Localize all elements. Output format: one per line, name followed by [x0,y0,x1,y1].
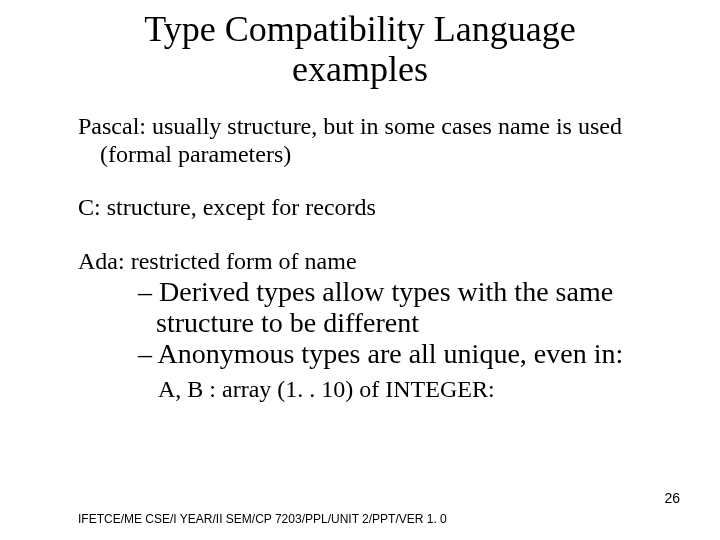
slide: Type Compatibility Language examples Pas… [0,0,720,540]
ada-heading: Ada: restricted form of name [78,248,660,276]
ada-sub-item-2: – Anonymous types are all unique, even i… [138,338,650,369]
pascal-paragraph: Pascal: usually structure, but in some c… [78,113,660,168]
ada-code-line: A, B : array (1. . 10) of INTEGER: [158,376,660,404]
slide-title: Type Compatibility Language examples [90,0,630,89]
c-paragraph: C: structure, except for records [78,194,660,222]
title-line-2: examples [90,50,630,90]
ada-block: Ada: restricted form of name – Derived t… [78,248,660,403]
slide-body: Pascal: usually structure, but in some c… [78,113,660,403]
ada-sublist: – Derived types allow types with the sam… [138,276,660,370]
footer-text: IFETCE/ME CSE/I YEAR/II SEM/CP 7203/PPL/… [78,512,447,526]
page-number: 26 [664,490,680,506]
ada-sub-item-1: – Derived types allow types with the sam… [138,276,650,339]
title-line-1: Type Compatibility Language [90,10,630,50]
